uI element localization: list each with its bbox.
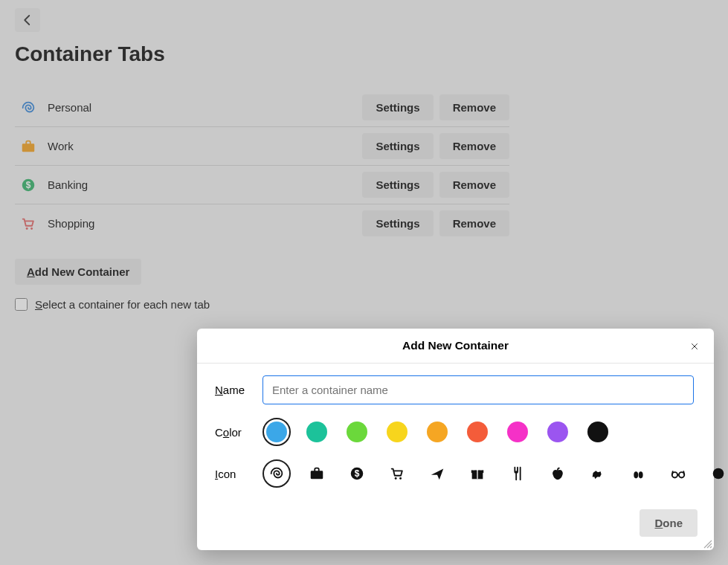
- icon-option-apple[interactable]: [544, 459, 572, 488]
- circle-icon: [708, 463, 728, 484]
- color-label: Color: [215, 426, 262, 439]
- gift-icon: [467, 463, 488, 484]
- plane-icon: [427, 463, 448, 484]
- icon-option-glasses[interactable]: [664, 459, 692, 488]
- svg-point-12: [634, 471, 638, 478]
- color-swatch[interactable]: [503, 418, 532, 446]
- icon-option-dog[interactable]: [584, 459, 612, 488]
- icon-option-gift[interactable]: [463, 459, 492, 488]
- done-button[interactable]: Done: [640, 509, 698, 537]
- color-swatch[interactable]: [262, 418, 291, 446]
- color-swatch[interactable]: [423, 418, 451, 446]
- close-icon: [690, 340, 699, 353]
- icon-option-dollar[interactable]: $: [343, 459, 371, 488]
- icon-option-cart[interactable]: [383, 459, 411, 488]
- svg-point-13: [639, 471, 643, 478]
- color-swatch[interactable]: [343, 418, 371, 446]
- name-label: Name: [215, 384, 262, 396]
- add-container-dialog: Add New Container Name Color Icon $ Done: [197, 329, 714, 550]
- color-swatch[interactable]: [544, 418, 572, 446]
- icon-option-circle[interactable]: [704, 459, 728, 488]
- svg-point-9: [399, 477, 402, 480]
- icon-picker-row: $: [262, 459, 728, 488]
- icon-option-footprint[interactable]: [624, 459, 652, 488]
- dollar-icon: $: [347, 463, 367, 484]
- dog-icon: [587, 463, 608, 484]
- icon-option-plane[interactable]: [423, 459, 451, 488]
- color-swatch[interactable]: [303, 418, 331, 446]
- color-swatch[interactable]: [383, 418, 411, 446]
- apple-icon: [547, 463, 568, 484]
- fork-icon: [507, 463, 528, 484]
- icon-option-spiral[interactable]: [262, 459, 291, 488]
- icon-option-briefcase[interactable]: [303, 459, 331, 488]
- dialog-close-button[interactable]: [686, 338, 703, 355]
- color-swatch[interactable]: [584, 418, 612, 446]
- briefcase-icon: [306, 463, 327, 484]
- dialog-title: Add New Container: [197, 329, 714, 364]
- cart-icon: [387, 463, 408, 484]
- svg-rect-5: [311, 471, 323, 479]
- svg-point-16: [713, 468, 724, 480]
- container-name-input[interactable]: [262, 375, 694, 404]
- resize-handle-icon[interactable]: [703, 540, 712, 549]
- icon-label: Icon: [215, 468, 262, 480]
- color-swatch[interactable]: [463, 418, 492, 446]
- footprint-icon: [628, 463, 648, 484]
- icon-option-fork[interactable]: [503, 459, 532, 488]
- svg-point-8: [395, 477, 397, 480]
- color-swatch-row: [262, 418, 728, 446]
- spiral-icon: [266, 463, 287, 484]
- glasses-icon: [668, 463, 689, 484]
- svg-text:$: $: [355, 468, 360, 479]
